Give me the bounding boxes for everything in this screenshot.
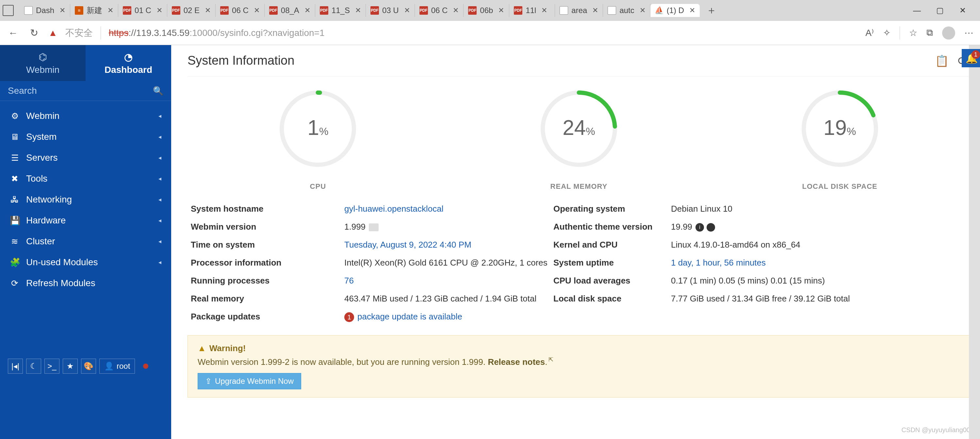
- search-input[interactable]: [8, 86, 153, 96]
- tab-close-icon[interactable]: ✕: [304, 6, 310, 15]
- gauge-cpu: 1% CPU: [253, 86, 383, 191]
- nav-back-icon[interactable]: ←: [6, 27, 20, 38]
- sidebar-item-icon: ⚙: [10, 111, 20, 121]
- read-aloud-icon[interactable]: A⁾: [865, 27, 874, 38]
- favorite-icon[interactable]: ☆: [909, 27, 917, 38]
- tab-close-icon[interactable]: ✕: [205, 6, 211, 15]
- tab-label: autc: [619, 6, 634, 15]
- browser-tab[interactable]: ⛵(1) D✕: [651, 4, 700, 17]
- time-link[interactable]: Tuesday, August 9, 2022 4:40 PM: [344, 240, 471, 250]
- version-badge-icon[interactable]: [369, 223, 379, 231]
- warning-icon: ▲: [197, 343, 206, 353]
- browser-tab[interactable]: PDF06 C✕: [216, 4, 265, 17]
- collections-icon[interactable]: ⧉: [926, 27, 933, 38]
- terminal-icon[interactable]: >_: [45, 359, 59, 374]
- pdf-icon: PDF: [220, 6, 229, 15]
- clipboard-icon[interactable]: 📋: [935, 54, 949, 67]
- sidebar-tab-webmin-label: Webmin: [26, 65, 59, 75]
- browser-tab[interactable]: PDF03 U✕: [366, 4, 415, 17]
- favorite-add-icon[interactable]: ✧: [883, 27, 891, 38]
- browser-tab[interactable]: area✕: [555, 4, 603, 17]
- notifications-button[interactable]: 🔔 1: [962, 49, 980, 67]
- chevron-left-icon: ◂: [158, 175, 161, 182]
- tab-close-icon[interactable]: ✕: [404, 6, 410, 15]
- pdf-icon: PDF: [468, 6, 477, 15]
- insecure-warning-icon[interactable]: ▲: [48, 28, 57, 38]
- sidebar-item-servers[interactable]: ☰Servers◂: [0, 147, 171, 168]
- url-display[interactable]: https://119.3.145.59:10000/sysinfo.cgi?x…: [109, 28, 325, 38]
- hostname-link[interactable]: gyl-huawei.openstacklocal: [344, 204, 444, 214]
- office-icon: ≡: [75, 6, 83, 15]
- browser-tab[interactable]: PDF06b✕: [463, 4, 509, 17]
- star-icon[interactable]: ★: [63, 359, 78, 374]
- sidebar-item-icon: ☰: [10, 153, 20, 163]
- sidebar-item-cluster[interactable]: ≋Cluster◂: [0, 231, 171, 252]
- user-chip[interactable]: 👤 root: [99, 359, 135, 374]
- new-tab-button[interactable]: ＋: [706, 3, 717, 17]
- browser-tab[interactable]: PDF02 E✕: [167, 4, 216, 17]
- browser-tab[interactable]: ≡新建✕: [70, 4, 118, 17]
- upgrade-button[interactable]: ⇪ Upgrade Webmin Now: [197, 373, 301, 389]
- more-icon[interactable]: ⋯: [964, 27, 974, 38]
- sidebar-item-icon: ≋: [10, 237, 20, 247]
- browser-tab[interactable]: PDF01 C✕: [118, 4, 167, 17]
- record-indicator[interactable]: [138, 359, 153, 374]
- sidebar-tab-dashboard[interactable]: ◔ Dashboard: [86, 45, 171, 81]
- browser-tab[interactable]: PDF11_S✕: [315, 4, 366, 17]
- time-label: Time on system: [191, 240, 344, 250]
- theme-info-icon[interactable]: i: [695, 223, 704, 232]
- chevron-left-icon: ◂: [158, 133, 161, 140]
- realmem-value: 463.47 MiB used / 1.23 GiB cached / 1.94…: [344, 294, 554, 304]
- night-mode-icon[interactable]: ☾: [26, 359, 41, 374]
- release-notes-link[interactable]: Release notes: [488, 357, 545, 367]
- tab-label: 11l: [526, 6, 536, 15]
- profile-avatar[interactable]: [942, 27, 955, 40]
- tab-close-icon[interactable]: ✕: [689, 6, 695, 15]
- window-maximize-icon[interactable]: ▢: [932, 6, 948, 15]
- tab-close-icon[interactable]: ✕: [355, 6, 361, 15]
- external-link-icon[interactable]: ⇱: [549, 356, 554, 363]
- os-value: Debian Linux 10: [671, 204, 967, 214]
- running-link[interactable]: 76: [344, 276, 354, 285]
- pkgupd-link[interactable]: package update is available: [357, 312, 462, 321]
- tab-close-icon[interactable]: ✕: [498, 6, 504, 15]
- uptime-link[interactable]: 1 day, 1 hour, 56 minutes: [671, 258, 766, 267]
- window-minimize-icon[interactable]: ―: [909, 6, 925, 15]
- browser-tab[interactable]: autc✕: [603, 4, 650, 17]
- sidebar-tab-webmin[interactable]: ⌬ Webmin: [0, 45, 86, 81]
- tab-close-icon[interactable]: ✕: [254, 6, 260, 15]
- tab-close-icon[interactable]: ✕: [592, 6, 598, 15]
- window-close-icon[interactable]: ✕: [955, 6, 971, 15]
- browser-tab[interactable]: PDF08_A✕: [265, 4, 315, 17]
- sidebar-item-label: Un-used Modules: [26, 257, 98, 267]
- tab-close-icon[interactable]: ✕: [108, 6, 113, 15]
- browser-tab[interactable]: PDF06 C✕: [415, 4, 464, 17]
- tab-close-icon[interactable]: ✕: [59, 6, 65, 15]
- collapse-sidebar-icon[interactable]: |◂|: [8, 359, 23, 374]
- tab-overview-icon[interactable]: [3, 5, 14, 16]
- sidebar-item-tools[interactable]: ✖Tools◂: [0, 168, 171, 189]
- sidebar-item-system[interactable]: 🖥System◂: [0, 126, 171, 147]
- browser-tab[interactable]: PDF11l✕: [509, 4, 555, 17]
- tab-close-icon[interactable]: ✕: [640, 6, 646, 15]
- sidebar-item-hardware[interactable]: 💾Hardware◂: [0, 210, 171, 231]
- sidebar-item-networking[interactable]: 🖧Networking◂: [0, 189, 171, 210]
- browser-tab[interactable]: Dash✕: [20, 4, 70, 17]
- warning-title: Warning!: [209, 343, 246, 353]
- tab-label: 06b: [480, 6, 493, 15]
- palette-icon[interactable]: 🎨: [81, 359, 96, 374]
- sidebar-item-un-used-modules[interactable]: 🧩Un-used Modules◂: [0, 252, 171, 273]
- notifications-count: 1: [972, 50, 980, 59]
- theme-palette-icon[interactable]: [706, 223, 715, 232]
- search-icon[interactable]: 🔍: [153, 86, 163, 96]
- tab-close-icon[interactable]: ✕: [453, 6, 459, 15]
- tab-close-icon[interactable]: ✕: [541, 6, 547, 15]
- sidebar-search: 🔍: [0, 81, 171, 101]
- tab-label: 03 U: [382, 6, 399, 15]
- sidebar-item-refresh-modules[interactable]: ⟳Refresh Modules: [0, 273, 171, 294]
- uptime-label: System uptime: [554, 258, 671, 268]
- update-count-badge: 1: [344, 312, 354, 322]
- nav-reload-icon[interactable]: ↻: [27, 27, 40, 38]
- sidebar-item-webmin[interactable]: ⚙Webmin◂: [0, 105, 171, 126]
- tab-close-icon[interactable]: ✕: [156, 6, 162, 15]
